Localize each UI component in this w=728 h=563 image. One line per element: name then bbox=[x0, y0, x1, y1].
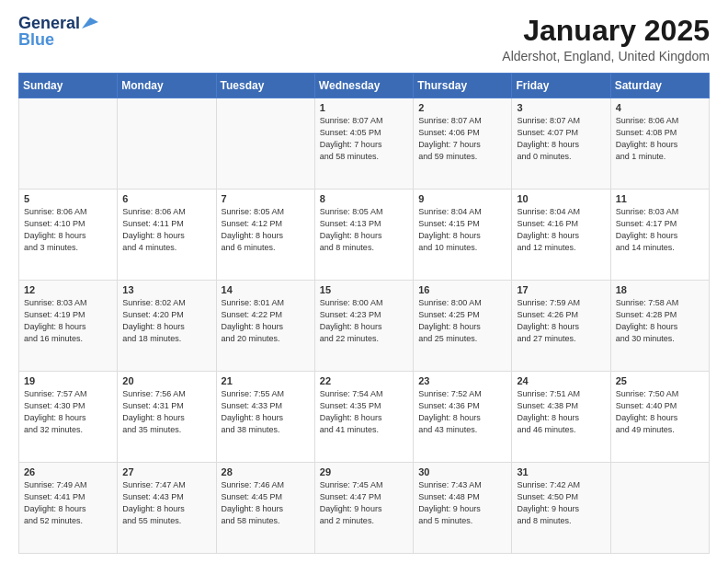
day-number: 14 bbox=[222, 284, 310, 295]
calendar-cell: 23Sunrise: 7:52 AM Sunset: 4:36 PM Dayli… bbox=[414, 372, 512, 463]
logo-general: General bbox=[18, 15, 80, 31]
header: General Blue January 2025 Aldershot, Eng… bbox=[18, 15, 710, 63]
day-info: Sunrise: 7:43 AM Sunset: 4:48 PM Dayligh… bbox=[418, 479, 506, 527]
day-number: 9 bbox=[418, 193, 506, 204]
day-number: 19 bbox=[24, 375, 112, 386]
calendar-cell: 18Sunrise: 7:58 AM Sunset: 4:28 PM Dayli… bbox=[610, 281, 709, 372]
calendar-cell: 1Sunrise: 8:07 AM Sunset: 4:05 PM Daylig… bbox=[314, 98, 413, 190]
calendar-cell: 30Sunrise: 7:43 AM Sunset: 4:48 PM Dayli… bbox=[414, 463, 512, 554]
day-info: Sunrise: 7:50 AM Sunset: 4:40 PM Dayligh… bbox=[616, 388, 704, 436]
calendar-cell: 29Sunrise: 7:45 AM Sunset: 4:47 PM Dayli… bbox=[314, 463, 413, 554]
day-number: 26 bbox=[24, 466, 112, 477]
day-header-thursday: Thursday bbox=[414, 74, 512, 98]
calendar-week-4: 19Sunrise: 7:57 AM Sunset: 4:30 PM Dayli… bbox=[19, 372, 710, 463]
day-header-sunday: Sunday bbox=[19, 74, 118, 98]
day-number: 15 bbox=[320, 284, 408, 295]
day-header-saturday: Saturday bbox=[610, 74, 709, 98]
day-info: Sunrise: 8:07 AM Sunset: 4:07 PM Dayligh… bbox=[517, 115, 605, 163]
day-header-friday: Friday bbox=[512, 74, 610, 98]
calendar-cell: 7Sunrise: 8:05 AM Sunset: 4:12 PM Daylig… bbox=[216, 190, 314, 281]
calendar-cell bbox=[610, 463, 709, 554]
day-info: Sunrise: 8:04 AM Sunset: 4:15 PM Dayligh… bbox=[418, 206, 506, 254]
calendar-week-3: 12Sunrise: 8:03 AM Sunset: 4:19 PM Dayli… bbox=[19, 281, 710, 372]
day-info: Sunrise: 7:47 AM Sunset: 4:43 PM Dayligh… bbox=[122, 479, 210, 527]
day-header-wednesday: Wednesday bbox=[314, 74, 413, 98]
day-info: Sunrise: 8:01 AM Sunset: 4:22 PM Dayligh… bbox=[222, 297, 310, 345]
page: General Blue January 2025 Aldershot, Eng… bbox=[0, 0, 728, 563]
calendar-cell: 13Sunrise: 8:02 AM Sunset: 4:20 PM Dayli… bbox=[118, 281, 216, 372]
day-number: 7 bbox=[222, 193, 310, 204]
day-info: Sunrise: 8:06 AM Sunset: 4:08 PM Dayligh… bbox=[616, 115, 704, 163]
calendar-cell: 5Sunrise: 8:06 AM Sunset: 4:10 PM Daylig… bbox=[19, 190, 118, 281]
day-number: 21 bbox=[222, 375, 310, 386]
calendar-cell bbox=[118, 98, 216, 190]
day-number: 8 bbox=[320, 193, 408, 204]
calendar-cell: 11Sunrise: 8:03 AM Sunset: 4:17 PM Dayli… bbox=[610, 190, 709, 281]
day-number: 29 bbox=[320, 466, 408, 477]
day-number: 12 bbox=[24, 284, 112, 295]
day-number: 3 bbox=[517, 102, 605, 113]
day-info: Sunrise: 7:52 AM Sunset: 4:36 PM Dayligh… bbox=[418, 388, 506, 436]
calendar-week-1: 1Sunrise: 8:07 AM Sunset: 4:05 PM Daylig… bbox=[19, 98, 710, 190]
day-number: 22 bbox=[320, 375, 408, 386]
day-info: Sunrise: 8:03 AM Sunset: 4:17 PM Dayligh… bbox=[616, 206, 704, 254]
calendar-cell: 31Sunrise: 7:42 AM Sunset: 4:50 PM Dayli… bbox=[512, 463, 610, 554]
day-number: 30 bbox=[418, 466, 506, 477]
calendar-cell: 15Sunrise: 8:00 AM Sunset: 4:23 PM Dayli… bbox=[314, 281, 413, 372]
day-info: Sunrise: 8:03 AM Sunset: 4:19 PM Dayligh… bbox=[24, 297, 112, 345]
logo-icon bbox=[82, 17, 98, 29]
day-number: 2 bbox=[418, 102, 506, 113]
day-info: Sunrise: 8:06 AM Sunset: 4:10 PM Dayligh… bbox=[24, 206, 112, 254]
day-info: Sunrise: 8:07 AM Sunset: 4:05 PM Dayligh… bbox=[320, 115, 408, 163]
day-info: Sunrise: 8:05 AM Sunset: 4:12 PM Dayligh… bbox=[222, 206, 310, 254]
day-number: 6 bbox=[122, 193, 210, 204]
calendar-cell: 25Sunrise: 7:50 AM Sunset: 4:40 PM Dayli… bbox=[610, 372, 709, 463]
day-number: 31 bbox=[517, 466, 605, 477]
calendar-cell: 28Sunrise: 7:46 AM Sunset: 4:45 PM Dayli… bbox=[216, 463, 314, 554]
calendar-cell: 14Sunrise: 8:01 AM Sunset: 4:22 PM Dayli… bbox=[216, 281, 314, 372]
day-info: Sunrise: 8:06 AM Sunset: 4:11 PM Dayligh… bbox=[122, 206, 210, 254]
calendar-cell: 2Sunrise: 8:07 AM Sunset: 4:06 PM Daylig… bbox=[414, 98, 512, 190]
day-info: Sunrise: 8:00 AM Sunset: 4:25 PM Dayligh… bbox=[418, 297, 506, 345]
logo: General Blue bbox=[18, 15, 98, 48]
calendar-cell: 19Sunrise: 7:57 AM Sunset: 4:30 PM Dayli… bbox=[19, 372, 118, 463]
calendar-cell: 22Sunrise: 7:54 AM Sunset: 4:35 PM Dayli… bbox=[314, 372, 413, 463]
logo-blue: Blue bbox=[18, 31, 54, 48]
calendar-cell: 6Sunrise: 8:06 AM Sunset: 4:11 PM Daylig… bbox=[118, 190, 216, 281]
calendar-cell: 16Sunrise: 8:00 AM Sunset: 4:25 PM Dayli… bbox=[414, 281, 512, 372]
day-info: Sunrise: 7:45 AM Sunset: 4:47 PM Dayligh… bbox=[320, 479, 408, 527]
day-number: 10 bbox=[517, 193, 605, 204]
day-info: Sunrise: 7:54 AM Sunset: 4:35 PM Dayligh… bbox=[320, 388, 408, 436]
day-number: 20 bbox=[122, 375, 210, 386]
calendar-header-row: SundayMondayTuesdayWednesdayThursdayFrid… bbox=[19, 74, 710, 98]
calendar-cell bbox=[216, 98, 314, 190]
day-number: 17 bbox=[517, 284, 605, 295]
day-info: Sunrise: 8:02 AM Sunset: 4:20 PM Dayligh… bbox=[122, 297, 210, 345]
calendar-cell: 3Sunrise: 8:07 AM Sunset: 4:07 PM Daylig… bbox=[512, 98, 610, 190]
calendar-cell: 17Sunrise: 7:59 AM Sunset: 4:26 PM Dayli… bbox=[512, 281, 610, 372]
calendar-cell: 21Sunrise: 7:55 AM Sunset: 4:33 PM Dayli… bbox=[216, 372, 314, 463]
day-info: Sunrise: 8:04 AM Sunset: 4:16 PM Dayligh… bbox=[517, 206, 605, 254]
svg-marker-0 bbox=[82, 17, 98, 29]
day-info: Sunrise: 7:55 AM Sunset: 4:33 PM Dayligh… bbox=[222, 388, 310, 436]
calendar-cell: 24Sunrise: 7:51 AM Sunset: 4:38 PM Dayli… bbox=[512, 372, 610, 463]
day-info: Sunrise: 7:49 AM Sunset: 4:41 PM Dayligh… bbox=[24, 479, 112, 527]
calendar-cell: 26Sunrise: 7:49 AM Sunset: 4:41 PM Dayli… bbox=[19, 463, 118, 554]
day-info: Sunrise: 7:59 AM Sunset: 4:26 PM Dayligh… bbox=[517, 297, 605, 345]
day-number: 1 bbox=[320, 102, 408, 113]
day-number: 11 bbox=[616, 193, 704, 204]
day-number: 28 bbox=[222, 466, 310, 477]
location: Aldershot, England, United Kingdom bbox=[502, 49, 710, 63]
title-area: January 2025 Aldershot, England, United … bbox=[502, 15, 710, 63]
day-info: Sunrise: 7:51 AM Sunset: 4:38 PM Dayligh… bbox=[517, 388, 605, 436]
day-info: Sunrise: 7:46 AM Sunset: 4:45 PM Dayligh… bbox=[222, 479, 310, 527]
day-number: 23 bbox=[418, 375, 506, 386]
day-header-tuesday: Tuesday bbox=[216, 74, 314, 98]
calendar-cell: 9Sunrise: 8:04 AM Sunset: 4:15 PM Daylig… bbox=[414, 190, 512, 281]
calendar-table: SundayMondayTuesdayWednesdayThursdayFrid… bbox=[18, 73, 710, 554]
calendar-cell: 20Sunrise: 7:56 AM Sunset: 4:31 PM Dayli… bbox=[118, 372, 216, 463]
day-number: 16 bbox=[418, 284, 506, 295]
day-info: Sunrise: 8:07 AM Sunset: 4:06 PM Dayligh… bbox=[418, 115, 506, 163]
calendar-cell: 12Sunrise: 8:03 AM Sunset: 4:19 PM Dayli… bbox=[19, 281, 118, 372]
day-number: 25 bbox=[616, 375, 704, 386]
